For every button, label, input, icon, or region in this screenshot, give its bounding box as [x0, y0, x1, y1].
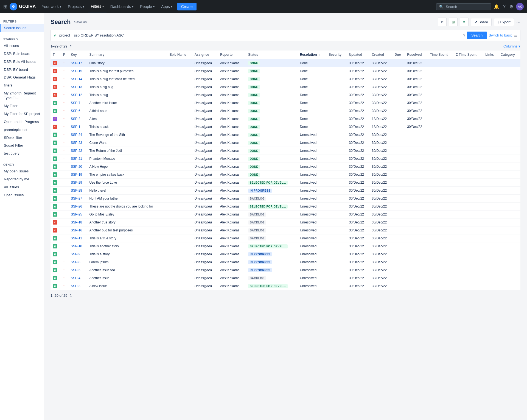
- cell-key[interactable]: SSP-24: [69, 131, 87, 139]
- issue-key-link[interactable]: SSP-3: [71, 284, 80, 288]
- issue-key-link[interactable]: SSP-20: [71, 165, 82, 169]
- table-row[interactable]: ▣ ↑ SSP-23 Clone Wars Unassigned Alex Ko…: [51, 139, 520, 147]
- cell-key[interactable]: SSP-26: [69, 203, 87, 211]
- nav-your-work[interactable]: Your work ▾: [39, 0, 64, 13]
- cell-key[interactable]: SSP-17: [69, 59, 87, 67]
- table-row[interactable]: ✕ ↑ SSP-14 This is a bug that can't be f…: [51, 75, 520, 83]
- cell-key[interactable]: SSP-9: [69, 250, 87, 258]
- create-button[interactable]: Create: [177, 3, 197, 10]
- sidebar-item-all-issues-other[interactable]: All issues: [0, 183, 44, 191]
- col-header-severity[interactable]: Severity: [327, 51, 347, 59]
- cell-key[interactable]: SSP-13: [69, 83, 87, 91]
- cell-key[interactable]: SSP-8: [69, 258, 87, 266]
- sidebar-item-parentepic[interactable]: parentepic test: [0, 126, 44, 134]
- table-row[interactable]: ✕ ↑ SSP-17 Final story Unassigned Alex K…: [51, 59, 520, 67]
- col-header-summary[interactable]: Summary: [87, 51, 167, 59]
- issue-key-link[interactable]: SSP-26: [71, 205, 82, 208]
- sidebar-item-my-open-issues[interactable]: My open issues: [0, 167, 44, 175]
- issue-key-link[interactable]: SSP-16: [71, 228, 82, 232]
- cell-key[interactable]: SSP-19: [69, 171, 87, 179]
- sidebar-item-squad[interactable]: Squad Filter: [0, 142, 44, 150]
- issue-key-link[interactable]: SSP-2: [71, 117, 80, 121]
- issue-key-link[interactable]: SSP-7: [71, 101, 80, 105]
- refresh-small-icon[interactable]: ↻: [69, 44, 72, 48]
- issue-key-link[interactable]: SSP-25: [71, 212, 82, 216]
- table-row[interactable]: ▣ ↑ SSP-21 Phantom Menace Unassigned Ale…: [51, 155, 520, 163]
- save-as-button[interactable]: Save as: [74, 20, 87, 24]
- table-row[interactable]: ⚡ ↑ SSP-2 A test Unassigned Alex Koxaras…: [51, 115, 520, 123]
- cell-key[interactable]: SSP-14: [69, 75, 87, 83]
- cell-key[interactable]: SSP-1: [69, 123, 87, 131]
- col-header-sigma-time[interactable]: Σ Time Spent: [454, 51, 483, 59]
- issue-key-link[interactable]: SSP-17: [71, 61, 82, 65]
- cell-key[interactable]: SSP-18: [69, 219, 87, 226]
- sidebar-item-2month[interactable]: My 2month Request Type Fil...: [0, 89, 44, 102]
- sidebar-item-open-issues[interactable]: Open issues: [0, 191, 44, 199]
- nav-people[interactable]: People ▾: [137, 0, 157, 13]
- grid-icon[interactable]: ⊞: [3, 4, 7, 10]
- share-button[interactable]: ↗ Share: [471, 18, 492, 26]
- sidebar-item-filters[interactable]: filters: [0, 82, 44, 89]
- table-row[interactable]: ▣ ↑ SSP-11 This is a true story Unassign…: [51, 234, 520, 242]
- col-header-updated[interactable]: Updated: [347, 51, 369, 59]
- issue-key-link[interactable]: SSP-12: [71, 93, 82, 97]
- col-header-links[interactable]: Links: [483, 51, 498, 59]
- notifications-icon[interactable]: 🔔: [493, 3, 500, 10]
- table-row[interactable]: ▣ ↑ SSP-28 Hello there! Unassigned Alex …: [51, 187, 520, 195]
- sidebar-item-all-issues[interactable]: All issues: [0, 42, 44, 50]
- table-row[interactable]: ▣ ↑ SSP-5 Another issue too Unassigned A…: [51, 266, 520, 274]
- cell-key[interactable]: SSP-11: [69, 234, 87, 242]
- help-circle-icon[interactable]: ?: [463, 33, 465, 37]
- table-row[interactable]: ▣ ↑ SSP-27 No. I AM your father Unassign…: [51, 195, 520, 203]
- cell-key[interactable]: SSP-28: [69, 187, 87, 195]
- settings-icon[interactable]: ⚙: [508, 3, 514, 10]
- sidebar-item-epic-all[interactable]: DSP: Epic All Issues: [0, 58, 44, 66]
- export-button[interactable]: ↓ Export: [494, 18, 514, 26]
- table-row[interactable]: ✕ ↑ SSP-15 This is a bug for test purpos…: [51, 67, 520, 75]
- table-row[interactable]: ✕ ↑ SSP-12 This is a bug Unassigned Alex…: [51, 91, 520, 99]
- excel-export-btn[interactable]: ⊞: [449, 18, 458, 26]
- table-row[interactable]: ▣ ↑ SSP-20 A New Hope Unassigned Alex Ko…: [51, 163, 520, 171]
- avatar[interactable]: AK: [516, 3, 524, 10]
- col-header-assignee[interactable]: Assignee: [192, 51, 218, 59]
- table-row[interactable]: ▣ ↑ SSP-9 This is a story Unassigned Ale…: [51, 250, 520, 258]
- issue-key-link[interactable]: SSP-14: [71, 77, 82, 81]
- issue-key-link[interactable]: SSP-19: [71, 173, 82, 177]
- cell-key[interactable]: SSP-29: [69, 179, 87, 187]
- nav-dashboards[interactable]: Dashboards ▾: [108, 0, 136, 13]
- issue-key-link[interactable]: SSP-9: [71, 252, 80, 256]
- table-row[interactable]: ▣ ↑ SSP-3 A new issue Unassigned Alex Ko…: [51, 282, 520, 290]
- menu-icon[interactable]: ☰: [514, 33, 517, 37]
- issue-key-link[interactable]: SSP-5: [71, 268, 80, 272]
- sidebar-item-my-filter-sp[interactable]: My Filter for SP project: [0, 110, 44, 118]
- table-row[interactable]: ▣ ↑ SSP-22 The Return of the Jedi Unassi…: [51, 147, 520, 155]
- table-row[interactable]: ✕ ↑ SSP-16 Another bug for test purposes…: [51, 226, 520, 234]
- sidebar-item-bain-board[interactable]: DSP: Bain board: [0, 50, 44, 58]
- issue-key-link[interactable]: SSP-23: [71, 141, 82, 145]
- cell-key[interactable]: SSP-16: [69, 226, 87, 234]
- col-header-key[interactable]: Key: [69, 51, 87, 59]
- help-icon[interactable]: ?: [502, 3, 507, 10]
- table-row[interactable]: ✕ ↑ SSP-1 This is a task Unassigned Alex…: [51, 123, 520, 131]
- nav-search-box[interactable]: 🔍: [436, 3, 491, 10]
- issue-key-link[interactable]: SSP-21: [71, 157, 82, 161]
- issue-key-link[interactable]: SSP-1: [71, 125, 80, 129]
- csv-export-btn[interactable]: ≡: [460, 18, 469, 26]
- cell-key[interactable]: SSP-12: [69, 91, 87, 99]
- cell-key[interactable]: SSP-21: [69, 155, 87, 163]
- sidebar-item-general-flags[interactable]: DSP: General Flags: [0, 74, 44, 82]
- cell-key[interactable]: SSP-15: [69, 67, 87, 75]
- col-header-category[interactable]: Category: [498, 51, 520, 59]
- sidebar-item-open-in-progress[interactable]: Open and In Progress: [0, 118, 44, 126]
- issue-key-link[interactable]: SSP-10: [71, 244, 82, 248]
- cell-key[interactable]: SSP-3: [69, 282, 87, 290]
- cell-key[interactable]: SSP-20: [69, 163, 87, 171]
- cell-key[interactable]: SSP-5: [69, 266, 87, 274]
- issue-key-link[interactable]: SSP-27: [71, 197, 82, 200]
- issue-key-link[interactable]: SSP-13: [71, 85, 82, 89]
- issue-key-link[interactable]: SSP-29: [71, 181, 82, 184]
- cell-key[interactable]: SSP-6: [69, 107, 87, 115]
- issue-key-link[interactable]: SSP-28: [71, 189, 82, 192]
- search-input[interactable]: [446, 5, 484, 9]
- col-header-resolved[interactable]: Resolved: [405, 51, 428, 59]
